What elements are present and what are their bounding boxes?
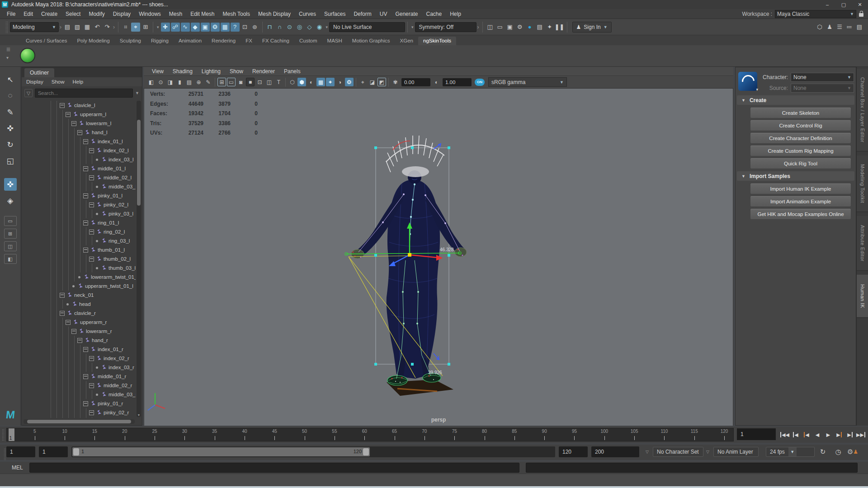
collapse-toggle-icon[interactable] (89, 175, 94, 180)
collapse-toggle-icon[interactable] (89, 148, 94, 153)
outliner-item-middle_02_r[interactable]: middle_02_r (48, 381, 136, 390)
shelf-menu-icon[interactable]: ☰ (6, 47, 10, 52)
section-header-import-samples[interactable]: ▼Import Samples (737, 171, 854, 181)
menu-file[interactable]: File (3, 11, 19, 17)
redo-icon[interactable]: ↷ (103, 23, 112, 32)
pan-zoom-icon[interactable]: ⊕ (194, 78, 203, 86)
outliner-item-middle_02_l[interactable]: middle_02_l (48, 173, 136, 182)
isolate-select-icon[interactable]: ⌖ (359, 78, 367, 86)
collapse-toggle-icon[interactable] (89, 383, 94, 388)
create-control-rig-button[interactable]: Create Control Rig (750, 120, 851, 131)
chevron-down-icon[interactable]: ▽ (646, 450, 649, 454)
collapse-toggle-icon[interactable] (83, 139, 88, 144)
collapse-toggle-icon[interactable] (83, 166, 88, 171)
outliner-search-input[interactable] (35, 89, 133, 98)
snap-projected-center-icon[interactable]: ◎ (295, 23, 304, 32)
range-end-handle[interactable] (363, 448, 369, 455)
select-joints-mask-icon[interactable]: ☍ (171, 23, 180, 32)
render-current-frame-icon[interactable]: ▭ (495, 23, 505, 32)
shelf-tab-rendering[interactable]: Rendering (207, 37, 241, 45)
render-setup-icon[interactable]: ▤ (535, 23, 544, 32)
anim-layer-dropdown[interactable]: No Anim Layer (713, 447, 759, 457)
lasso-select-tool-icon[interactable]: ◌ (4, 89, 17, 102)
menu-create[interactable]: Create (37, 11, 61, 17)
drag-handle[interactable] (5, 21, 8, 33)
light-editor-icon[interactable]: ✦ (545, 23, 554, 32)
collapse-toggle-icon[interactable] (71, 121, 76, 126)
outliner-item-middle_01_r[interactable]: middle_01_r (48, 372, 136, 381)
viewport-menu-lighting[interactable]: Lighting (197, 68, 225, 75)
time-slider[interactable]: 5101520253035404550556065707580859095100… (6, 428, 734, 441)
collapse-toggle-icon[interactable] (83, 347, 88, 352)
color-management-on-badge[interactable]: ON (475, 79, 485, 86)
layout-four-pane-button[interactable]: ⊞ (4, 229, 17, 239)
step-back-key-button[interactable]: ◀ (801, 428, 812, 441)
menu-mesh-display[interactable]: Mesh Display (254, 11, 295, 17)
quick-rig-tool-button[interactable]: Quick Rig Tool (750, 158, 851, 169)
time-options-icon[interactable]: ◷ (833, 447, 844, 457)
viewport-menu-show[interactable]: Show (225, 68, 248, 75)
scroll-down-icon[interactable]: ▼ (137, 413, 141, 417)
select-misc-mask-icon[interactable]: ? (231, 23, 240, 32)
shelf-tab-ngskintools[interactable]: ngSkinTools (418, 37, 456, 45)
character-dropdown[interactable]: None ▼ (791, 73, 854, 82)
xray-joints-icon[interactable]: ◩ (377, 78, 386, 86)
collapse-toggle-icon[interactable] (89, 356, 94, 361)
open-scene-icon[interactable]: ▧ (73, 23, 82, 32)
select-component-icon[interactable]: ⊞ (141, 23, 150, 32)
outliner-item-neck_01[interactable]: neck_01 (48, 291, 136, 300)
collapse-toggle-icon[interactable] (83, 193, 88, 198)
outliner-item-middle_03_r[interactable]: middle_03_r (48, 390, 136, 399)
animation-preferences-icon[interactable]: ⚙♟ (847, 447, 858, 457)
play-forwards-button[interactable]: ▶ (823, 428, 834, 441)
outliner-item-pinky_02_r[interactable]: pinky_02_r (48, 408, 136, 417)
import-human-ik-example-button[interactable]: Import Human IK Example (750, 183, 851, 194)
outliner-item-pinky_02_l[interactable]: pinky_02_l (48, 200, 136, 209)
shelf-tab-mash[interactable]: MASH (322, 37, 347, 45)
bookmark-icon[interactable]: ▮ (175, 78, 184, 86)
collapse-arrow-icon[interactable]: › (113, 24, 115, 30)
outliner-item-thumb_02_l[interactable]: thumb_02_l (48, 254, 136, 263)
outliner-item-upperarm_l[interactable]: upperarm_l (48, 110, 136, 119)
outliner-item-thumb_03_l[interactable]: thumb_03_l (48, 263, 136, 272)
chevron-down-icon[interactable]: ▽ (706, 450, 709, 454)
move-tool-icon[interactable]: ✜ (4, 122, 17, 135)
shelf-tab-animation[interactable]: Animation (174, 37, 207, 45)
gate-mask-icon[interactable]: ■ (246, 78, 255, 86)
shelf-tab-rigging[interactable]: Rigging (146, 37, 174, 45)
collapse-toggle-icon[interactable] (83, 374, 88, 379)
modeling-toolkit-panel-icon[interactable]: ⬡ (815, 23, 824, 32)
hypershade-icon[interactable]: ● (525, 23, 534, 32)
collapse-toggle-icon[interactable] (71, 329, 76, 334)
lock-camera-icon[interactable]: ⊙ (156, 78, 165, 86)
collapse-toggle-icon[interactable] (66, 112, 71, 117)
collapse-toggle-icon[interactable] (77, 130, 82, 135)
shelf-tab-fx[interactable]: FX (241, 37, 257, 45)
create-custom-rig-mapping-button[interactable]: Create Custom Rig Mapping (750, 145, 851, 156)
workspace-dropdown[interactable]: Maya Classic ▼ (775, 10, 856, 18)
humanik-panel-icon[interactable]: ♟ (825, 23, 834, 32)
rotate-tool-icon[interactable]: ↻ (4, 138, 17, 151)
xray-icon[interactable]: ◪ (368, 78, 377, 86)
select-handles-mask-icon[interactable]: ✚ (161, 23, 170, 32)
outliner-item-pinky_03_l[interactable]: pinky_03_l (48, 209, 136, 218)
outliner-item-middle_01_l[interactable]: middle_01_l (48, 164, 136, 173)
filter-icon[interactable]: ▽ (24, 89, 33, 97)
menu-surfaces[interactable]: Surfaces (320, 11, 349, 17)
ngskintools-shelf-button[interactable] (20, 48, 35, 63)
step-forward-frame-button[interactable]: ▶ (844, 428, 855, 441)
viewport-canvas[interactable]: Verts:2573123360Edges:4464938790Faces:19… (144, 89, 733, 426)
menu-set-dropdown[interactable]: Modeling▼ (10, 22, 59, 32)
range-start-handle[interactable] (73, 448, 79, 455)
shaded-icon[interactable]: ⬢ (297, 78, 306, 86)
outliner-item-pinky_01_r[interactable]: pinky_01_r (48, 399, 136, 408)
maximize-button[interactable]: ▢ (835, 0, 852, 9)
current-frame-marker[interactable]: 1 (9, 428, 14, 441)
get-hik-and-mocap-examples-online-button[interactable]: Get HIK and Mocap Examples Online (750, 208, 851, 220)
playback-end-field[interactable]: 120 (559, 446, 588, 457)
render-settings-icon[interactable]: ⚙ (515, 23, 524, 32)
channel-box-panel-icon[interactable]: ☰ (835, 23, 844, 32)
outliner-item-index_01_l[interactable]: index_01_l (48, 137, 136, 146)
select-rendering-mask-icon[interactable]: ▦ (221, 23, 230, 32)
collapse-toggle-icon[interactable] (83, 221, 88, 225)
